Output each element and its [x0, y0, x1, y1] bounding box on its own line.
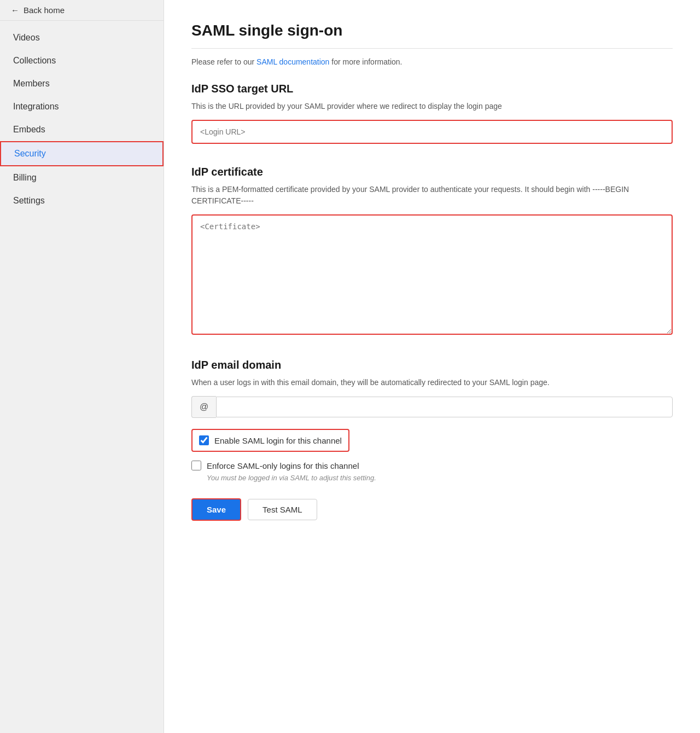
test-saml-button[interactable]: Test SAML — [248, 499, 317, 520]
sidebar-item-videos[interactable]: Videos — [0, 26, 164, 49]
page-title: SAML single sign-on — [191, 22, 673, 39]
idp-email-domain-section: IdP email domain When a user logs in wit… — [191, 359, 673, 418]
nav-list: Videos Collections Members Integrations … — [0, 21, 164, 218]
enforce-saml-label[interactable]: Enforce SAML-only logins for this channe… — [207, 461, 359, 470]
subtitle-text-after: for more information. — [329, 57, 402, 66]
main-content: SAML single sign-on Please refer to our … — [164, 0, 700, 733]
email-domain-input[interactable] — [216, 397, 673, 417]
enable-saml-checkbox[interactable] — [199, 435, 209, 445]
sidebar: ← Back home Videos Collections Members I… — [0, 0, 164, 733]
at-symbol: @ — [191, 396, 216, 418]
idp-sso-section: IdP SSO target URL This is the URL provi… — [191, 83, 673, 160]
idp-certificate-description: This is a PEM-formatted certificate prov… — [191, 184, 673, 207]
sidebar-item-collections[interactable]: Collections — [0, 49, 164, 72]
subtitle: Please refer to our SAML documentation f… — [191, 57, 673, 66]
enforce-saml-row: Enforce SAML-only logins for this channe… — [191, 461, 673, 482]
enforce-saml-checkbox-line: Enforce SAML-only logins for this channe… — [191, 461, 673, 470]
sidebar-item-members[interactable]: Members — [0, 72, 164, 95]
enable-saml-label[interactable]: Enable SAML login for this channel — [214, 436, 342, 445]
login-url-input[interactable] — [191, 120, 673, 144]
idp-certificate-section: IdP certificate This is a PEM-formatted … — [191, 166, 673, 353]
sidebar-item-security[interactable]: Security — [0, 141, 164, 166]
sidebar-item-billing[interactable]: Billing — [0, 166, 164, 189]
back-home-link[interactable]: ← Back home — [0, 0, 164, 21]
certificate-textarea[interactable] — [191, 214, 673, 335]
sidebar-item-integrations[interactable]: Integrations — [0, 95, 164, 118]
enforce-saml-note: You must be logged in via SAML to adjust… — [207, 474, 673, 482]
idp-certificate-title: IdP certificate — [191, 166, 673, 178]
email-domain-row: @ — [191, 396, 673, 418]
idp-sso-title: IdP SSO target URL — [191, 83, 673, 95]
save-button[interactable]: Save — [191, 498, 241, 521]
saml-documentation-link[interactable]: SAML documentation — [256, 57, 329, 66]
enable-saml-row: Enable SAML login for this channel — [191, 429, 349, 452]
back-arrow-icon: ← — [11, 5, 19, 15]
enforce-saml-checkbox[interactable] — [191, 461, 201, 470]
subtitle-text-before: Please refer to our — [191, 57, 256, 66]
idp-sso-description: This is the URL provided by your SAML pr… — [191, 101, 673, 112]
idp-email-domain-description: When a user logs in with this email doma… — [191, 377, 673, 388]
idp-email-domain-title: IdP email domain — [191, 359, 673, 371]
button-row: Save Test SAML — [191, 498, 673, 521]
sidebar-item-embeds[interactable]: Embeds — [0, 118, 164, 141]
sidebar-item-settings[interactable]: Settings — [0, 189, 164, 212]
back-home-label: Back home — [24, 5, 65, 15]
section-divider — [191, 48, 673, 49]
